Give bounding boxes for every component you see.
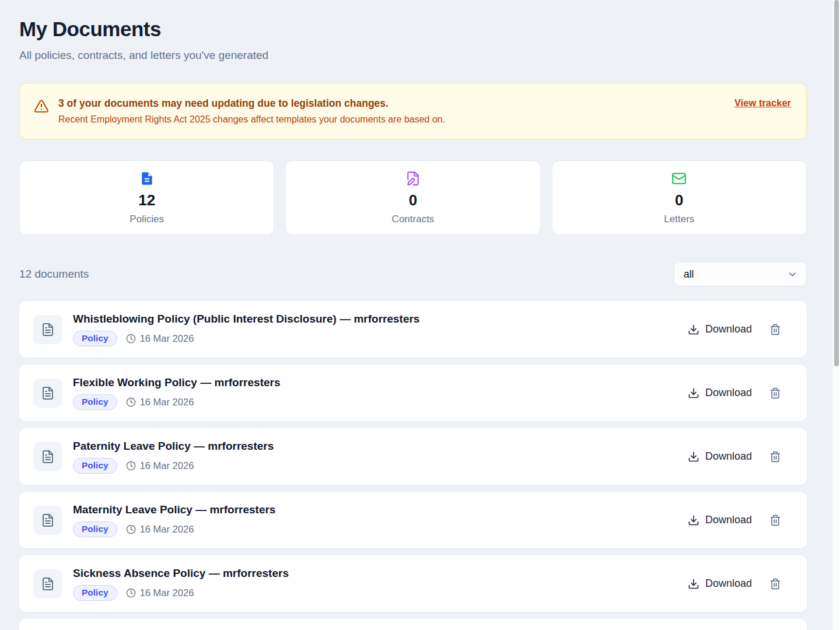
document-actions: Download [688,514,781,526]
file-pen-icon [405,171,421,186]
policy-badge: Policy [73,458,117,474]
document-date: 16 Mar 2026 [126,460,194,471]
trash-icon [769,387,781,399]
warning-triangle-icon [34,99,49,114]
filter-selected-value: all [684,268,694,281]
document-title: Maternity Leave Policy — mrforresters [73,503,688,516]
download-button[interactable]: Download [688,323,752,335]
delete-button[interactable] [769,387,781,399]
mail-icon [671,171,687,186]
delete-button[interactable] [769,324,781,335]
document-title: Flexible Working Policy — mrforresters [73,376,688,389]
page-title: My Documents [19,18,807,41]
document-icon [33,379,62,408]
document-texts: Sickness Absence Policy — mrforresters P… [73,567,688,601]
document-title: Whistleblowing Policy (Public Interest D… [73,313,688,326]
document-actions: Download [688,578,781,590]
document-list: Whistleblowing Policy (Public Interest D… [19,301,807,630]
banner-subtext: Recent Employment Rights Act 2025 change… [58,114,445,125]
document-row: Paternity Leave Policy — mrforresters Po… [19,428,807,485]
contracts-count: 0 [409,191,417,209]
trash-icon [769,451,781,463]
policy-badge: Policy [73,331,117,346]
document-date: 16 Mar 2026 [126,333,194,344]
policies-count: 12 [138,191,155,209]
download-button[interactable]: Download [688,578,752,590]
filter-dropdown[interactable]: all [674,262,807,286]
document-texts: Paternity Leave Policy — mrforresters Po… [73,440,688,474]
document-date: 16 Mar 2026 [126,397,194,408]
document-count: 12 documents [19,268,89,281]
download-button[interactable]: Download [688,514,752,526]
document-icon [33,506,62,535]
document-texts: Flexible Working Policy — mrforresters P… [73,376,688,410]
stat-card-policies: 12 Policies [19,160,274,235]
document-date: 16 Mar 2026 [126,524,194,535]
view-tracker-link[interactable]: View tracker [734,97,791,108]
trash-icon [769,578,781,590]
letters-label: Letters [664,214,694,225]
document-row: Maternity Leave Policy — mrforresters Po… [19,492,807,548]
date-text: 16 Mar 2026 [140,460,194,471]
delete-button[interactable] [769,578,781,590]
download-label: Download [705,387,752,399]
document-date: 16 Mar 2026 [126,587,194,598]
document-texts: Maternity Leave Policy — mrforresters Po… [73,503,688,537]
trash-icon [769,514,781,526]
document-meta: Policy 16 Mar 2026 [73,458,688,474]
clock-icon [126,524,136,534]
document-meta: Policy 16 Mar 2026 [73,331,688,346]
list-header: 12 documents all [19,262,807,286]
download-label: Download [705,323,752,335]
banner-heading: 3 of your documents may need updating du… [58,97,445,110]
policy-badge: Policy [73,522,117,537]
legislation-warning-banner: 3 of your documents may need updating du… [19,83,807,139]
chevron-down-icon [787,269,798,280]
document-actions: Download [688,387,781,399]
download-icon [688,578,699,590]
download-label: Download [705,450,752,463]
date-text: 16 Mar 2026 [140,333,194,344]
document-meta: Policy 16 Mar 2026 [73,585,688,601]
date-text: 16 Mar 2026 [140,524,194,535]
clock-icon [126,397,136,407]
download-button[interactable]: Download [688,450,752,463]
document-row: Flexible Working Policy — mrforresters P… [19,365,807,421]
letters-count: 0 [675,191,683,209]
document-row: Sickness Absence Policy — mrforresters P… [19,555,807,612]
contracts-label: Contracts [392,214,435,225]
documents-page: My Documents All policies, contracts, an… [0,0,840,630]
clock-icon [126,588,136,598]
download-label: Download [705,514,752,526]
stats-row: 12 Policies 0 Contracts [19,160,807,235]
document-icon [33,315,62,344]
main-content: My Documents All policies, contracts, an… [0,18,832,630]
document-actions: Download [688,450,781,463]
delete-button[interactable] [769,451,781,463]
document-icon [33,569,62,598]
scrollbar[interactable] [832,0,840,630]
banner-texts: 3 of your documents may need updating du… [58,97,445,125]
date-text: 16 Mar 2026 [140,397,194,408]
clock-icon [126,334,136,344]
document-title: Paternity Leave Policy — mrforresters [73,440,688,453]
page-subtitle: All policies, contracts, and letters you… [19,49,807,62]
document-icon [33,442,62,471]
policies-label: Policies [130,214,164,225]
delete-button[interactable] [769,514,781,526]
download-icon [688,514,699,526]
download-button[interactable]: Download [688,387,752,399]
document-meta: Policy 16 Mar 2026 [73,394,688,410]
policy-badge: Policy [73,585,117,601]
scrollbar-thumb[interactable] [834,0,839,366]
file-text-icon [139,171,155,186]
stat-card-contracts: 0 Contracts [285,160,540,235]
document-texts: Whistleblowing Policy (Public Interest D… [73,313,688,346]
download-icon [688,451,699,463]
stat-card-letters: 0 Letters [552,160,807,235]
date-text: 16 Mar 2026 [140,587,194,598]
clock-icon [126,461,136,471]
download-label: Download [705,578,752,590]
document-row-partial [19,619,807,630]
document-row: Whistleblowing Policy (Public Interest D… [19,301,807,358]
